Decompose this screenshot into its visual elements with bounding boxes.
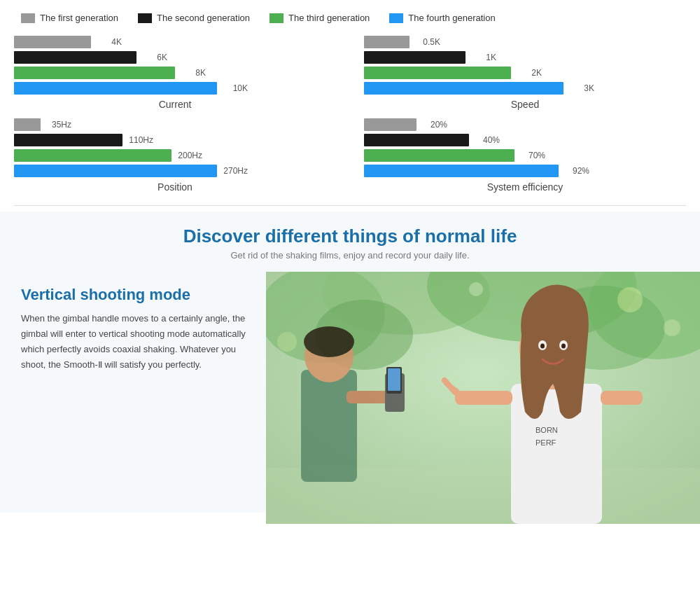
bar-current-gen3 <box>14 67 175 79</box>
bar-row-speed-gen3: 2K <box>364 67 686 79</box>
bar-label-current-gen2: 6K <box>141 53 167 62</box>
bar-row-efficiency-gen2: 40% <box>364 134 686 146</box>
legend-box-gen1 <box>21 13 35 23</box>
bar-position-gen4 <box>14 165 217 177</box>
bar-speed-gen4 <box>364 82 564 95</box>
bar-row-position-gen4: 270Hz <box>14 165 336 177</box>
bar-group-position: 35Hz 110Hz 200Hz 270Hz <box>14 118 336 177</box>
bar-position-gen1 <box>14 118 41 131</box>
bar-row-current-gen4: 10K <box>14 82 336 95</box>
svg-point-32 <box>469 282 483 296</box>
bottom-title: Discover different things of normal life <box>0 226 700 247</box>
bar-label-speed-gen4: 3K <box>568 83 594 93</box>
bar-current-gen1 <box>14 36 91 48</box>
bar-label-position-gen2: 110Hz <box>127 135 153 145</box>
bar-speed-gen3 <box>364 67 511 79</box>
legend-gen2: The second generation <box>138 13 250 23</box>
svg-point-23 <box>540 344 545 349</box>
legend-box-gen4 <box>389 13 403 23</box>
bar-row-position-gen3: 200Hz <box>14 149 336 162</box>
chart-title-efficiency: System efficiency <box>364 181 686 193</box>
photo-illustration: BORN PERF <box>266 272 700 524</box>
legend-gen3: The third generation <box>270 13 370 23</box>
bar-label-efficiency-gen3: 70% <box>519 151 545 160</box>
bar-label-speed-gen2: 1K <box>470 53 496 62</box>
bar-row-current-gen2: 6K <box>14 51 336 64</box>
text-side: Vertical shooting mode When the gimbal h… <box>0 272 273 524</box>
legend-label-gen2: The second generation <box>157 13 250 23</box>
bar-efficiency-gen3 <box>364 149 514 162</box>
legend-label-gen3: The third generation <box>288 13 370 23</box>
svg-point-10 <box>304 326 354 357</box>
bottom-section: Discover different things of normal life… <box>0 212 700 513</box>
chart-position: 35Hz 110Hz 200Hz 270Hz Position <box>14 118 336 193</box>
svg-point-31 <box>277 332 297 352</box>
svg-point-29 <box>617 287 643 312</box>
bar-efficiency-gen2 <box>364 134 469 146</box>
chart-speed: 0.5K 1K 2K 3K Speed <box>364 36 686 110</box>
legend-gen1: The first generation <box>21 13 118 23</box>
chart-title-speed: Speed <box>364 99 686 110</box>
bar-group-efficiency: 20% 40% 70% 92% <box>364 118 686 177</box>
bar-current-gen2 <box>14 51 136 64</box>
svg-rect-8 <box>301 370 357 482</box>
legend-box-gen2 <box>138 13 152 23</box>
bar-row-efficiency-gen4: 92% <box>364 165 686 177</box>
legend: The first generation The second generati… <box>0 0 700 30</box>
chart-current: 4K 6K 8K 10K Current <box>14 36 336 110</box>
bar-label-position-gen1: 35Hz <box>45 120 71 130</box>
bar-row-efficiency-gen3: 70% <box>364 149 686 162</box>
bar-row-efficiency-gen1: 20% <box>364 118 686 131</box>
bar-row-speed-gen2: 1K <box>364 51 686 64</box>
svg-text:BORN: BORN <box>536 426 558 434</box>
legend-label-gen1: The first generation <box>40 13 118 23</box>
svg-rect-15 <box>388 368 400 391</box>
bar-current-gen4 <box>14 82 217 95</box>
bar-label-efficiency-gen2: 40% <box>473 135 500 145</box>
bar-row-speed-gen4: 3K <box>364 82 686 95</box>
bar-efficiency-gen4 <box>364 165 559 177</box>
bottom-content: Vertical shooting mode When the gimbal h… <box>0 272 700 524</box>
legend-gen4: The fourth generation <box>389 13 495 23</box>
bar-position-gen2 <box>14 134 122 146</box>
page-wrapper: The first generation The second generati… <box>0 0 700 589</box>
legend-label-gen4: The fourth generation <box>408 13 495 23</box>
bar-label-position-gen3: 200Hz <box>176 151 202 160</box>
bar-row-position-gen1: 35Hz <box>14 118 336 131</box>
vertical-title: Vertical shooting mode <box>21 286 252 304</box>
bar-group-speed: 0.5K 1K 2K 3K <box>364 36 686 95</box>
svg-point-24 <box>561 344 566 349</box>
bottom-subtitle: Get rid of the shaking films, enjoy and … <box>0 250 700 261</box>
bar-efficiency-gen1 <box>364 118 416 131</box>
bar-row-speed-gen1: 0.5K <box>364 36 686 48</box>
svg-point-30 <box>664 319 680 336</box>
bar-row-current-gen1: 4K <box>14 36 336 48</box>
charts-section: 4K 6K 8K 10K Current <box>0 30 700 200</box>
photo-side: BORN PERF <box>266 272 700 524</box>
bar-label-speed-gen1: 0.5K <box>414 37 440 47</box>
bar-label-efficiency-gen1: 20% <box>421 120 447 130</box>
svg-rect-25 <box>455 391 512 405</box>
bar-speed-gen2 <box>364 51 465 64</box>
svg-rect-26 <box>601 391 643 405</box>
bar-group-current: 4K 6K 8K 10K <box>14 36 336 95</box>
bar-label-current-gen4: 10K <box>221 83 248 93</box>
bar-speed-gen1 <box>364 36 410 48</box>
bar-label-efficiency-gen4: 92% <box>563 166 589 176</box>
chart-title-position: Position <box>14 181 336 193</box>
section-divider <box>14 205 686 206</box>
svg-rect-11 <box>346 391 388 403</box>
bar-position-gen3 <box>14 149 172 162</box>
chart-efficiency: 20% 40% 70% 92% System efficiency <box>364 118 686 193</box>
bar-label-speed-gen3: 2K <box>515 68 542 78</box>
bar-row-current-gen3: 8K <box>14 67 336 79</box>
bar-label-current-gen3: 8K <box>179 68 206 78</box>
bar-label-position-gen4: 270Hz <box>221 166 248 176</box>
legend-box-gen3 <box>270 13 284 23</box>
chart-title-current: Current <box>14 99 336 110</box>
bar-row-position-gen2: 110Hz <box>14 134 336 146</box>
svg-text:PERF: PERF <box>536 438 556 447</box>
bar-label-current-gen1: 4K <box>95 37 122 47</box>
vertical-desc: When the gimbal handle moves to a certai… <box>21 311 252 373</box>
